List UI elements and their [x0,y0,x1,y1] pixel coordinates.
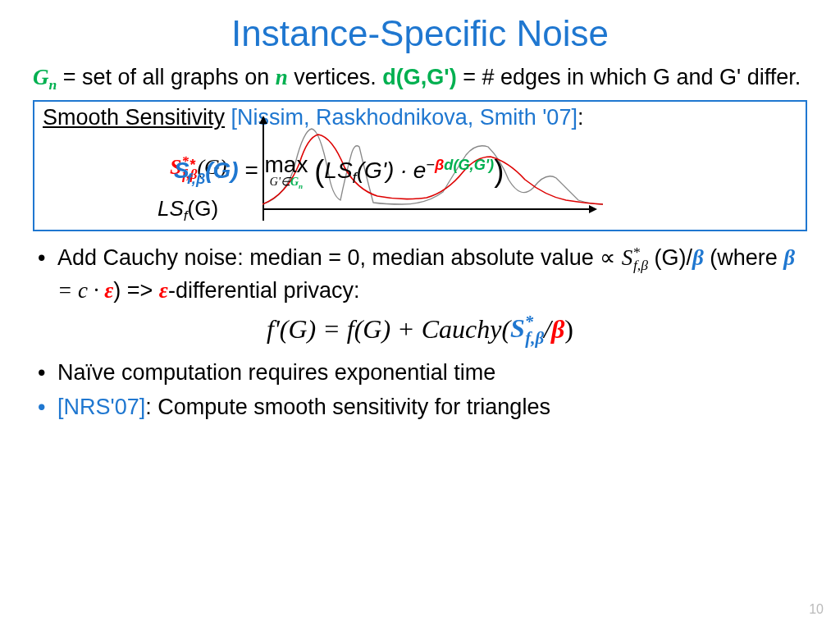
bullet-naive: Naïve computation requires exponential t… [57,358,807,387]
definition-line: Gn = set of all graphs on n vertices. d(… [33,62,807,95]
page-number: 10 [809,602,824,617]
slide-title: Instance-Specific Noise [33,13,807,54]
bullet-nrs: [NRS'07]: Compute smooth sensitivity for… [57,392,807,422]
gn-symbol: Gn [33,65,57,89]
fprime-equation: f'(G) = f(G) + Cauchy(S*f,β/β) [33,313,807,348]
ls-label: LSf(G) [158,196,218,225]
smooth-sens-formula: S*f,β(G) = maxG'∈Gn (LSf(G') · e−βd(G,G'… [174,153,504,190]
smooth-sensitivity-box: Smooth Sensitivity [Nissim, Raskhodnikov… [33,100,807,231]
bullet-cauchy: Add Cauchy noise: median = 0, median abs… [57,243,807,306]
